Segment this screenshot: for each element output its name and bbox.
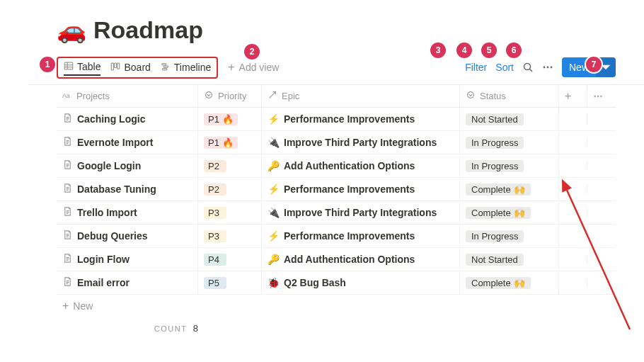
cell-epic[interactable]: 🔑 Add Authentication Options bbox=[262, 155, 460, 176]
table-row[interactable]: Debug Queries P3 ⚡ Performance Improveme… bbox=[57, 225, 616, 248]
cell-priority[interactable]: P1🔥 bbox=[198, 108, 262, 130]
col-priority[interactable]: Priority bbox=[198, 85, 262, 107]
cell-name[interactable]: Evernote Import bbox=[57, 131, 198, 154]
celebrate-icon: 🙌 bbox=[514, 208, 525, 218]
epic-label: Q2 Bug Bash bbox=[284, 277, 346, 288]
cell-priority[interactable]: P2 bbox=[198, 155, 262, 177]
cell-name[interactable]: Debug Queries bbox=[57, 225, 198, 247]
col-epic[interactable]: Epic bbox=[262, 85, 460, 107]
annotation-1: 1 bbox=[40, 57, 55, 72]
page-icon bbox=[62, 159, 73, 172]
epic-icon: 🔌 bbox=[268, 137, 280, 148]
table-row[interactable]: Trello Import P3 🔌 Improve Third Party I… bbox=[57, 201, 616, 225]
page-title[interactable]: 🚗 Roadmap bbox=[57, 18, 616, 42]
priority-tag: P1🔥 bbox=[204, 137, 238, 149]
table-row[interactable]: Evernote Import P1🔥 🔌 Improve Third Part… bbox=[57, 131, 616, 154]
add-view-button[interactable]: + Add view bbox=[228, 62, 279, 73]
svg-point-14 bbox=[551, 67, 553, 69]
add-row-button[interactable]: + New bbox=[57, 295, 616, 317]
cell-priority[interactable]: P3 bbox=[198, 202, 262, 224]
annotation-5: 5 bbox=[481, 43, 497, 58]
cell-epic[interactable]: 🐞 Q2 Bug Bash bbox=[262, 272, 460, 293]
table-row[interactable]: Login Flow P4 🔑 Add Authentication Optio… bbox=[57, 248, 616, 271]
cell-priority[interactable]: P3 bbox=[198, 225, 262, 247]
count-summary[interactable]: COUNT 8 bbox=[57, 317, 198, 334]
cell-name[interactable]: Caching Logic bbox=[57, 108, 198, 130]
roadmap-table: Aa Projects Priority Epic Status + bbox=[57, 85, 616, 334]
cell-epic[interactable]: 🔌 Improve Third Party Integrations bbox=[262, 132, 460, 153]
priority-tag: P3 bbox=[204, 230, 226, 242]
cell-epic[interactable]: ⚡ Performance Improvements bbox=[262, 225, 460, 247]
cell-status[interactable]: Not Started bbox=[460, 249, 559, 271]
add-column-button[interactable]: + bbox=[559, 86, 587, 107]
priority-tag: P4 bbox=[204, 254, 226, 266]
svg-point-19 bbox=[597, 95, 599, 96]
title-prop-icon: Aa bbox=[62, 90, 72, 102]
cell-status[interactable]: Complete🙌 bbox=[460, 202, 559, 224]
cell-name[interactable]: Email error bbox=[57, 271, 198, 294]
cell-status[interactable]: In Progress bbox=[460, 132, 559, 154]
cell-priority[interactable]: P2 bbox=[198, 179, 262, 200]
epic-label: Add Authentication Options bbox=[284, 160, 415, 171]
svg-point-17 bbox=[468, 92, 474, 98]
priority-tag: P2 bbox=[204, 183, 226, 196]
more-button[interactable] bbox=[542, 62, 553, 73]
cell-name[interactable]: Database Tuning bbox=[57, 178, 198, 200]
search-button[interactable] bbox=[522, 62, 534, 73]
annotation-3: 3 bbox=[430, 43, 446, 58]
svg-rect-5 bbox=[115, 63, 117, 67]
cell-priority[interactable]: P4 bbox=[198, 249, 262, 271]
table-row[interactable]: Caching Logic P1🔥 ⚡ Performance Improvem… bbox=[57, 108, 616, 131]
filter-button[interactable]: Filter bbox=[465, 62, 487, 73]
svg-point-18 bbox=[594, 95, 595, 96]
cell-status[interactable]: In Progress bbox=[460, 225, 559, 247]
cell-status[interactable]: Complete🙌 bbox=[460, 272, 559, 294]
epic-label: Performance Improvements bbox=[284, 230, 415, 242]
cell-epic[interactable]: ⚡ Performance Improvements bbox=[262, 108, 460, 130]
status-tag: Complete🙌 bbox=[466, 277, 531, 289]
sort-button[interactable]: Sort bbox=[495, 62, 514, 73]
cell-epic[interactable]: ⚡ Performance Improvements bbox=[262, 179, 460, 200]
svg-point-10 bbox=[524, 64, 530, 70]
cell-epic[interactable]: 🔌 Improve Third Party Integrations bbox=[262, 202, 460, 223]
cell-name[interactable]: Google Login bbox=[57, 154, 198, 177]
tab-board[interactable]: Board bbox=[110, 62, 150, 74]
cell-priority[interactable]: P1🔥 bbox=[198, 132, 262, 154]
svg-point-12 bbox=[544, 67, 546, 69]
database-toolbar: Table Board Timeline + Add view Filter S… bbox=[57, 55, 616, 80]
epic-label: Performance Improvements bbox=[284, 113, 415, 125]
epic-label: Performance Improvements bbox=[284, 183, 415, 195]
count-label: COUNT bbox=[154, 324, 187, 333]
row-name: Debug Queries bbox=[77, 230, 148, 242]
row-name: Database Tuning bbox=[77, 183, 156, 195]
col-projects[interactable]: Aa Projects bbox=[57, 85, 198, 107]
row-name: Login Flow bbox=[77, 254, 130, 265]
status-tag: In Progress bbox=[466, 230, 524, 242]
svg-rect-8 bbox=[163, 66, 168, 67]
table-row[interactable]: Email error P5 🐞 Q2 Bug Bash Complete🙌 bbox=[57, 271, 616, 295]
cell-status[interactable]: In Progress bbox=[460, 155, 559, 177]
tab-timeline-label: Timeline bbox=[174, 62, 211, 73]
svg-rect-7 bbox=[162, 63, 166, 64]
views-switcher: Table Board Timeline bbox=[57, 57, 218, 79]
col-status[interactable]: Status bbox=[460, 85, 559, 107]
row-name: Evernote Import bbox=[77, 137, 153, 148]
table-row[interactable]: Google Login P2 🔑 Add Authentication Opt… bbox=[57, 154, 616, 178]
tab-table[interactable]: Table bbox=[64, 61, 100, 76]
cell-status[interactable]: Complete🙌 bbox=[460, 179, 559, 200]
cell-epic[interactable]: 🔑 Add Authentication Options bbox=[262, 249, 460, 270]
more-icon bbox=[593, 91, 603, 101]
cell-priority[interactable]: P5 bbox=[198, 272, 262, 294]
status-tag: Not Started bbox=[466, 113, 524, 125]
table-options-button[interactable] bbox=[587, 86, 609, 106]
cell-name[interactable]: Login Flow bbox=[57, 248, 198, 271]
celebrate-icon: 🙌 bbox=[514, 278, 525, 288]
add-row-label: New bbox=[73, 300, 93, 312]
cell-status[interactable]: Not Started bbox=[460, 108, 559, 130]
epic-label: Improve Third Party Integrations bbox=[284, 137, 437, 148]
tab-timeline[interactable]: Timeline bbox=[161, 62, 211, 74]
table-row[interactable]: Database Tuning P2 ⚡ Performance Improve… bbox=[57, 178, 616, 201]
board-icon bbox=[110, 62, 120, 74]
cell-name[interactable]: Trello Import bbox=[57, 201, 198, 224]
priority-tag: P1🔥 bbox=[204, 113, 238, 125]
